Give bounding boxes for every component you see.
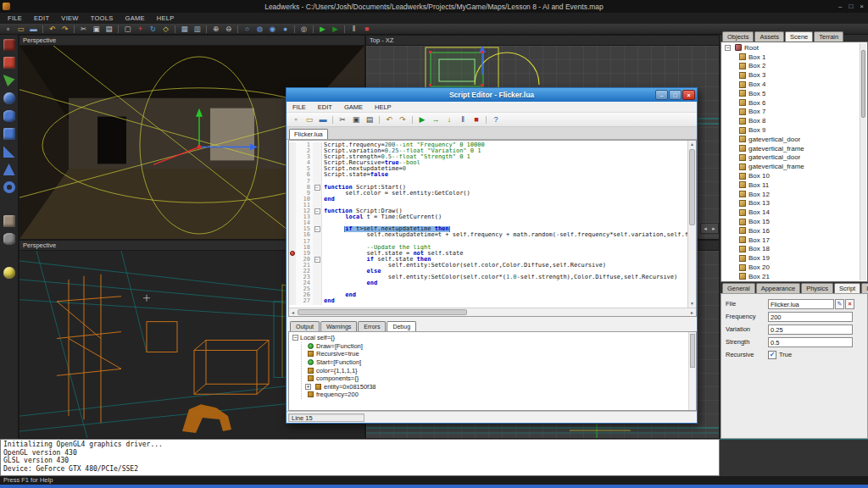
close-button[interactable]: × [682,90,695,100]
code-line-26[interactable]: 26 end [289,292,687,298]
asset-tool-icon[interactable] [3,39,15,51]
scene-item-box-13[interactable]: Box 13 [722,199,860,208]
code-line-9[interactable]: 9 self.color = self.entity:GetColor() [289,191,687,197]
collapse-icon[interactable]: − [725,45,731,51]
scrollbar-thumb[interactable] [690,334,695,368]
minimize-button[interactable]: – [655,90,668,100]
cone-primitive-icon[interactable] [3,164,15,175]
scene-root-row[interactable]: −Root [722,43,860,53]
code-line-25[interactable]: 25 [289,286,687,292]
scene-item-box-12[interactable]: Box 12 [722,190,860,199]
play-game-icon[interactable]: ▶ [317,25,328,34]
scene-item-gatevertical-door[interactable]: gatevertical_door [722,153,860,163]
output-tab-output[interactable]: Output [290,321,320,331]
code-line-10[interactable]: 10end [289,197,687,202]
pick-arrow-tool-icon[interactable] [3,75,15,86]
scene-item-box-11[interactable]: Box 11 [722,180,860,190]
redo-icon[interactable]: ↷ [59,25,70,34]
code-line-11[interactable]: 11 [289,202,687,208]
wireframe-view-icon[interactable]: ○ [242,25,253,34]
scroll-down-arrow[interactable] [688,300,696,308]
copy-icon[interactable]: ▣ [91,25,102,34]
wedge-primitive-icon[interactable] [3,146,15,158]
scene-item-box-16[interactable]: Box 16 [722,226,860,236]
zoom-out-icon[interactable]: ⊖ [223,25,234,34]
prop-tab-script[interactable]: Script [834,283,860,293]
menu-game[interactable]: GAME [120,14,151,22]
code-line-12[interactable]: 12−function Script:Draw() [289,208,687,214]
maximize-button[interactable]: □ [669,90,682,100]
fold-toggle[interactable]: − [314,226,320,232]
code-line-18[interactable]: 18 --Update the light [289,245,687,251]
code-line-4[interactable]: 4Script.Recursive=true--bool [289,160,687,166]
stop-game-icon[interactable]: ■ [361,25,372,34]
scroll-left-arrow[interactable] [289,308,297,316]
debug-var-row[interactable]: +entity=0x08150f38 [305,383,696,391]
code-line-8[interactable]: 8−function Script:Start() [289,185,687,191]
save-map-icon[interactable]: ▬ [28,25,39,34]
grid-snap-icon[interactable]: ▦ [179,25,190,34]
debug-var-row[interactable]: Draw=[Function] [305,342,696,351]
scene-item-box-3[interactable]: Box 3 [722,70,860,80]
prop-tab-appearance[interactable]: Appearance [756,283,800,293]
menu-file[interactable]: FILE [2,14,28,22]
scene-item-gatevertical-frame[interactable]: gatevertical_frame [722,144,860,153]
step-over-icon[interactable]: → [430,114,442,125]
collapse-icon[interactable]: − [292,335,298,341]
attachment-tool-icon[interactable] [3,233,15,245]
camera-tool-icon[interactable]: ◎ [298,25,309,34]
scene-item-gatevertical-frame[interactable]: gatevertical_frame [722,162,860,171]
code-view[interactable]: 1Script.frequency=200--int "Frequency" 0… [289,141,696,308]
point-light-tool-icon[interactable] [3,267,15,279]
scene-tree[interactable]: −RootBox 1Box 2Box 3Box 4Box 5Box 6Box 7… [722,43,860,280]
debug-panel[interactable]: −Local self={}Draw=[Function]Recursive=t… [288,331,697,411]
select-tool-icon[interactable]: ▢ [122,25,133,34]
cut-script-icon[interactable]: ✂ [337,114,348,125]
panel-tab-terrain[interactable]: Terrain [814,31,843,42]
code-horizontal-scrollbar[interactable] [289,308,696,316]
paste-icon[interactable]: ▤ [103,25,114,34]
pivot-tool-icon[interactable] [3,215,15,227]
cylinder-primitive-icon[interactable] [3,110,15,122]
output-tab-warnings[interactable]: Warnings [320,321,357,331]
tube-primitive-icon[interactable] [3,181,15,193]
scene-item-box-10[interactable]: Box 10 [722,171,860,180]
menu-edit[interactable]: EDIT [28,14,55,22]
code-line-27[interactable]: 27end [289,298,687,304]
scroll-up-arrow[interactable] [688,141,696,148]
debug-var-row[interactable]: color={1,1,1,1} [305,366,696,374]
se-menu-game[interactable]: GAME [338,103,369,111]
close-button[interactable]: × [860,3,864,10]
copy-script-icon[interactable]: ▣ [350,114,362,125]
se-menu-help[interactable]: HELP [369,103,398,111]
minimize-button[interactable]: – [838,3,842,10]
brush-tool-icon[interactable] [3,57,15,69]
fold-toggle[interactable]: − [314,185,320,191]
code-line-23[interactable]: 23 self.entity:SetColor(self.color*(1.0-… [289,274,687,280]
code-line-5[interactable]: 5Script.nextupdatetime=0 [289,166,687,172]
debug-scrollbar[interactable] [688,332,696,410]
scene-tree-scrollbar[interactable] [860,43,866,280]
code-line-16[interactable]: 16 self.nextupdatetime=t + self.frequenc… [289,232,687,238]
se-menu-file[interactable]: FILE [287,103,312,111]
debug-var-row[interactable]: Recursive=true [305,350,696,358]
cut-icon[interactable]: ✂ [78,25,89,34]
script-editor-window[interactable]: Script Editor - Flicker.lua –□× FILEEDIT… [286,87,698,424]
scroll-right-arrow[interactable] [688,308,696,316]
fold-toggle[interactable]: − [314,257,320,263]
scene-item-box-5[interactable]: Box 5 [722,89,860,98]
edit-script-button[interactable]: ✎ [835,299,844,309]
property-input-variation[interactable]: 0.25 [768,324,853,335]
help-icon[interactable]: ? [490,114,502,125]
window-titlebar[interactable]: Leadwerks - C:/Users/Josh/Documents/Lead… [0,0,868,13]
lit-view-icon[interactable]: ● [280,25,291,34]
rotate-tool-icon[interactable]: ↻ [147,25,159,34]
stop-script-icon[interactable]: ■ [470,114,482,125]
scene-item-box-18[interactable]: Box 18 [722,245,860,254]
prop-tab-physics[interactable]: Physics [801,283,833,293]
property-input-frequency[interactable]: 200 [768,312,853,322]
debug-var-row[interactable]: components={} [305,374,696,383]
code-line-13[interactable]: 13 local t = Time:GetCurrent() [289,214,687,220]
angle-snap-icon[interactable]: ▥ [192,25,203,34]
scrollbar-thumb[interactable] [298,309,467,315]
